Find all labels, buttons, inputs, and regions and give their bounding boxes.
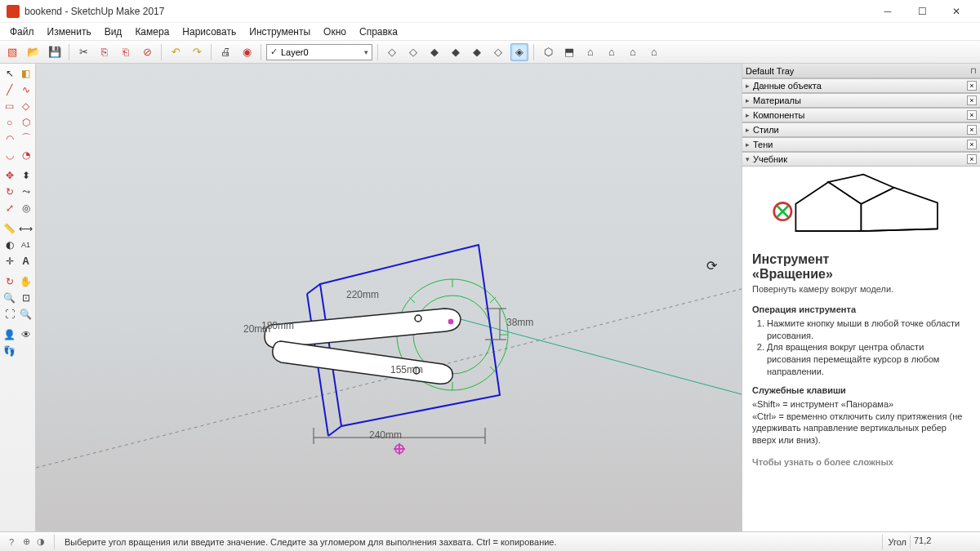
top-view-icon[interactable]: ⬒ [560, 43, 578, 61]
scale-tool-icon[interactable]: ⤢ [2, 200, 17, 216]
axes-tool-icon[interactable]: ✛ [2, 253, 17, 269]
geo-icon[interactable]: ⊕ [20, 535, 33, 549]
eraser-tool-icon[interactable]: ◧ [18, 65, 33, 81]
menu-file[interactable]: Файл [3, 24, 41, 39]
zoom-window-tool-icon[interactable]: ⊡ [18, 290, 33, 305]
menu-camera[interactable]: Камера [128, 24, 176, 39]
position-camera-icon[interactable]: 👤 [2, 327, 17, 342]
back-view-icon[interactable]: ⌂ [624, 43, 642, 61]
select-tool-icon[interactable]: ↖ [2, 65, 17, 81]
shaded-textures-icon[interactable]: ◆ [447, 43, 465, 61]
user-icon[interactable]: ◑ [34, 535, 47, 549]
tray-header[interactable]: Default Tray ⊓ [742, 64, 980, 78]
arc-tool-icon[interactable]: ◠ [2, 131, 17, 146]
rotate-tool-icon[interactable]: ↻ [2, 184, 17, 199]
xray-icon[interactable]: ◇ [489, 43, 507, 61]
new-file-icon[interactable]: ▧ [3, 43, 21, 61]
panel-styles[interactable]: ▸Стили× [742, 122, 980, 137]
freehand-tool-icon[interactable]: ∿ [18, 82, 33, 97]
panel-close-icon[interactable]: × [967, 140, 977, 149]
move-tool-icon[interactable]: ✥ [2, 167, 17, 183]
status-message: Выберите угол вращения или введите значе… [60, 537, 877, 547]
iso-view-icon[interactable]: ⬡ [539, 43, 557, 61]
left-view-icon[interactable]: ⌂ [645, 43, 663, 61]
zoom-tool-icon[interactable]: 🔍 [2, 290, 17, 305]
panel-close-icon[interactable]: × [967, 81, 977, 91]
dim-220: 220mm [346, 289, 379, 300]
menu-help[interactable]: Справка [353, 24, 404, 39]
help-icon[interactable]: ? [5, 535, 18, 549]
redo-icon[interactable]: ↷ [188, 43, 206, 61]
zoom-extents-tool-icon[interactable]: ⛶ [2, 306, 17, 322]
instructor-desc: Повернуть камеру вокруг модели. [752, 283, 970, 295]
3pt-arc-tool-icon[interactable]: ◡ [2, 147, 17, 162]
viewport-3d[interactable]: 220mm 180mm 20mm 38mm 155mm 240mm ⟳ [36, 64, 742, 531]
shaded-icon[interactable]: ◆ [425, 43, 443, 61]
panel-close-icon[interactable]: × [967, 154, 977, 164]
rectangle-tool-icon[interactable]: ▭ [2, 98, 17, 113]
close-button[interactable]: ✕ [939, 2, 973, 21]
instructor-step1: Нажмите кнопку мыши в любой точке област… [767, 318, 970, 342]
instructor-cutoff: Чтобы узнать о более сложных [752, 456, 970, 469]
angle-value[interactable]: 71,2 [910, 535, 975, 549]
monochrome-icon[interactable]: ◆ [468, 43, 486, 61]
panel-close-icon[interactable]: × [967, 110, 977, 120]
text-tool-icon[interactable]: A1 [18, 237, 33, 252]
menu-edit[interactable]: Изменить [41, 24, 98, 39]
pie-tool-icon[interactable]: ◔ [18, 147, 33, 162]
paste-icon[interactable]: ⎗ [117, 43, 135, 61]
model-drawing [36, 64, 742, 531]
look-around-icon[interactable]: 👁 [18, 327, 33, 342]
wireframe-icon[interactable]: ◇ [383, 43, 401, 61]
print-icon[interactable]: 🖨 [216, 43, 234, 61]
protractor-tool-icon[interactable]: ◐ [2, 237, 17, 252]
panel-shadows[interactable]: ▸Тени× [742, 137, 980, 152]
pushpull-tool-icon[interactable]: ⬍ [18, 167, 33, 183]
panel-close-icon[interactable]: × [967, 125, 977, 135]
polygon-tool-icon[interactable]: ⬡ [18, 114, 33, 130]
panel-instructor[interactable]: ▾Учебник× [742, 152, 980, 167]
copy-icon[interactable]: ⎘ [96, 43, 114, 61]
pin-icon[interactable]: ⊓ [970, 66, 977, 75]
tape-tool-icon[interactable]: 📏 [2, 220, 17, 236]
hidden-line-icon[interactable]: ◇ [404, 43, 422, 61]
delete-icon[interactable]: ⊘ [138, 43, 156, 61]
3dtext-tool-icon[interactable]: A [18, 253, 33, 269]
save-file-icon[interactable]: 💾 [46, 43, 64, 61]
undo-icon[interactable]: ↶ [167, 43, 185, 61]
layer-dropdown[interactable]: ✓ Layer0 ▾ [266, 44, 372, 60]
line-tool-icon[interactable]: ╱ [2, 82, 17, 97]
pan-tool-icon[interactable]: ✋ [18, 273, 33, 289]
panel-components[interactable]: ▸Компоненты× [742, 108, 980, 122]
front-view-icon[interactable]: ⌂ [581, 43, 599, 61]
instructor-key1: «Shift» = инструмент «Панорама» [752, 398, 970, 411]
menu-view[interactable]: Вид [98, 24, 129, 39]
menu-draw[interactable]: Нарисовать [176, 24, 243, 39]
model-info-icon[interactable]: ◉ [238, 43, 256, 61]
walk-tool-icon[interactable]: 👣 [2, 343, 17, 358]
menu-window[interactable]: Окно [317, 24, 353, 39]
prev-view-tool-icon[interactable]: 🔍 [18, 306, 33, 322]
2pt-arc-tool-icon[interactable]: ⌒ [18, 131, 33, 146]
menu-tools[interactable]: Инструменты [243, 24, 317, 39]
circle-tool-icon[interactable]: ○ [2, 114, 17, 130]
cut-icon[interactable]: ✂ [74, 43, 92, 61]
maximize-button[interactable]: ☐ [905, 2, 939, 21]
section-tool-icon[interactable] [18, 343, 33, 358]
offset-tool-icon[interactable]: ◎ [18, 200, 33, 216]
right-view-icon[interactable]: ⌂ [603, 43, 621, 61]
rotated-rect-tool-icon[interactable]: ◇ [18, 98, 33, 113]
open-file-icon[interactable]: 📂 [24, 43, 42, 61]
followme-tool-icon[interactable]: ⤳ [18, 184, 33, 199]
orbit-cursor-icon: ⟳ [706, 258, 717, 273]
instructor-sec2: Служебные клавиши [752, 384, 970, 397]
title-bar: bookend - SketchUp Make 2017 ─ ☐ ✕ [0, 0, 980, 23]
minimize-button[interactable]: ─ [871, 2, 905, 21]
panel-close-icon[interactable]: × [967, 96, 977, 105]
svg-line-5 [490, 297, 496, 303]
back-edges-icon[interactable]: ◈ [510, 43, 528, 61]
panel-entity-info[interactable]: ▸Данные объекта× [742, 78, 980, 93]
dimension-tool-icon[interactable]: ⟷ [18, 220, 33, 236]
panel-materials[interactable]: ▸Материалы× [742, 93, 980, 108]
orbit-tool-icon[interactable]: ↻ [2, 273, 17, 289]
